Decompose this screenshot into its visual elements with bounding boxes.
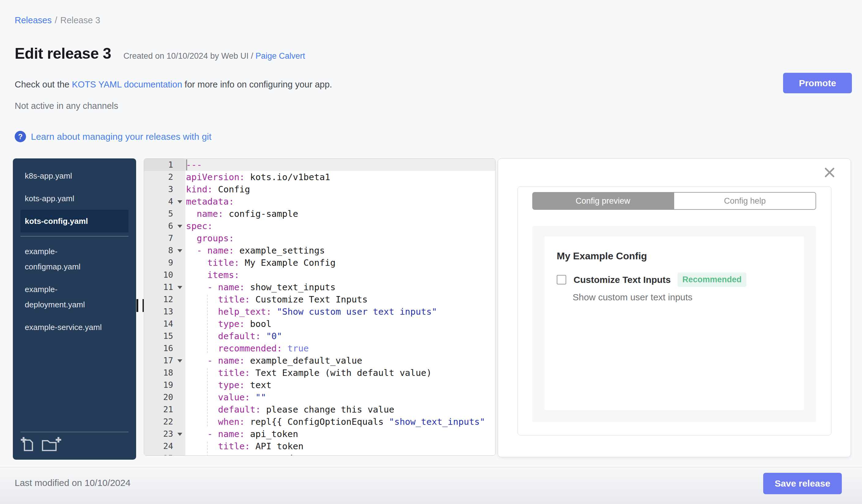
code-text[interactable]: title: API token bbox=[185, 440, 495, 452]
fold-arrow-icon[interactable] bbox=[178, 433, 182, 436]
fold-arrow-icon[interactable] bbox=[178, 200, 182, 203]
code-text[interactable]: --- bbox=[185, 159, 495, 171]
line-number: 23 bbox=[144, 428, 185, 440]
code-line-7: 7 groups: bbox=[144, 232, 495, 244]
code-line-22: 22 when: repl{{ ConfigOptionEquals "show… bbox=[144, 416, 495, 428]
git-help-row: ? Learn about managing your releases wit… bbox=[15, 131, 211, 142]
file-item-example-service.yaml[interactable]: example-service.yaml bbox=[21, 316, 110, 339]
doc-suffix: for more info on configuring your app. bbox=[182, 80, 332, 89]
code-text[interactable]: default: "0" bbox=[185, 330, 495, 342]
promote-button[interactable]: Promote bbox=[783, 73, 852, 93]
tab-config-preview[interactable]: Config preview bbox=[532, 192, 674, 210]
code-text[interactable]: title: Text Example (with default value) bbox=[185, 367, 495, 379]
new-folder-icon[interactable] bbox=[41, 436, 62, 452]
code-line-20: 20 value: "" bbox=[144, 391, 495, 403]
recommended-badge: Recommended bbox=[678, 273, 747, 287]
code-line-23: 23 - name: api_token bbox=[144, 428, 495, 440]
code-text[interactable]: value: "" bbox=[185, 391, 495, 403]
channel-status: Not active in any channels bbox=[15, 101, 118, 111]
code-text[interactable]: - name: example_default_value bbox=[185, 355, 495, 367]
fold-arrow-icon[interactable] bbox=[178, 249, 182, 252]
line-number: 20 bbox=[144, 391, 185, 403]
close-icon[interactable] bbox=[824, 167, 835, 180]
breadcrumb: Releases/Release 3 bbox=[15, 15, 100, 25]
code-text[interactable]: - name: example_settings bbox=[185, 244, 495, 256]
config-item-row: Customize Text Inputs Recommended bbox=[557, 273, 746, 287]
breadcrumb-releases-link[interactable]: Releases bbox=[15, 15, 52, 25]
fold-arrow-icon[interactable] bbox=[178, 286, 182, 289]
code-line-3: 3kind: Config bbox=[144, 183, 495, 196]
sidebar-footer bbox=[21, 432, 129, 452]
code-text[interactable]: kind: Config bbox=[185, 183, 495, 196]
code-line-13: 13 help_text: "Show custom user text inp… bbox=[144, 306, 495, 318]
code-text[interactable]: groups: bbox=[185, 232, 495, 244]
code-line-6: 6spec: bbox=[144, 220, 495, 232]
code-text[interactable]: title: Customize Text Inputs bbox=[185, 293, 495, 306]
text-cursor bbox=[186, 159, 187, 170]
fold-arrow-icon[interactable] bbox=[178, 225, 182, 228]
file-item-example-configmap.yaml[interactable]: example-configmap.yaml bbox=[21, 240, 110, 278]
doc-prefix: Check out the bbox=[15, 80, 72, 89]
code-text[interactable]: type: password bbox=[185, 452, 495, 456]
created-text: Created on 10/10/2024 by Web UI / bbox=[123, 51, 253, 61]
last-modified-text: Last modified on 10/10/2024 bbox=[15, 478, 131, 488]
code-text[interactable]: metadata: bbox=[185, 196, 495, 208]
line-number: 16 bbox=[144, 342, 185, 355]
customize-text-inputs-checkbox[interactable] bbox=[557, 275, 566, 284]
sidebar-resize-handle[interactable] bbox=[136, 299, 144, 312]
yaml-editor[interactable]: 1---2apiVersion: kots.io/v1beta13kind: C… bbox=[144, 158, 496, 456]
line-number: 19 bbox=[144, 379, 185, 391]
line-number: 2 bbox=[144, 171, 185, 183]
title-row: Edit release 3 Created on 10/10/2024 by … bbox=[15, 45, 305, 62]
code-line-11: 11 - name: show_text_inputs bbox=[144, 281, 495, 293]
line-number: 18 bbox=[144, 367, 185, 379]
doc-line: Check out the KOTS YAML documentation fo… bbox=[15, 80, 332, 90]
breadcrumb-separator: / bbox=[55, 15, 57, 25]
code-text[interactable]: items: bbox=[185, 269, 495, 281]
file-list-top: k8s-app.yamlkots-app.yamlkots-config.yam… bbox=[21, 164, 129, 233]
line-number: 24 bbox=[144, 440, 185, 452]
code-text[interactable]: title: My Example Config bbox=[185, 256, 495, 269]
tab-config-help[interactable]: Config help bbox=[674, 192, 816, 210]
author-link[interactable]: Paige Calvert bbox=[256, 51, 305, 61]
page-title: Edit release 3 bbox=[15, 45, 111, 62]
save-release-button[interactable]: Save release bbox=[763, 473, 842, 494]
code-text[interactable]: when: repl{{ ConfigOptionEquals "show_te… bbox=[185, 416, 495, 428]
line-number: 9 bbox=[144, 256, 185, 269]
code-text[interactable]: - name: show_text_inputs bbox=[185, 281, 495, 293]
line-number: 14 bbox=[144, 318, 185, 330]
code-line-21: 21 default: please change this value bbox=[144, 403, 495, 416]
file-item-kots-config.yaml[interactable]: kots-config.yaml bbox=[21, 210, 129, 233]
code-line-17: 17 - name: example_default_value bbox=[144, 355, 495, 367]
file-item-k8s-app.yaml[interactable]: k8s-app.yaml bbox=[21, 164, 110, 187]
code-line-4: 4metadata: bbox=[144, 196, 495, 208]
code-line-10: 10 items: bbox=[144, 269, 495, 281]
code-line-25: 25 type: password bbox=[144, 452, 495, 456]
created-info: Created on 10/10/2024 by Web UI / Paige … bbox=[123, 51, 305, 61]
code-text[interactable]: spec: bbox=[185, 220, 495, 232]
code-text[interactable]: help_text: "Show custom user text inputs… bbox=[185, 306, 495, 318]
code-text[interactable]: name: config-sample bbox=[185, 208, 495, 220]
code-text[interactable]: type: bool bbox=[185, 318, 495, 330]
line-number: 4 bbox=[144, 196, 185, 208]
code-text[interactable]: - name: api_token bbox=[185, 428, 495, 440]
file-item-kots-app.yaml[interactable]: kots-app.yaml bbox=[21, 187, 110, 210]
git-releases-link[interactable]: Learn about managing your releases with … bbox=[31, 132, 211, 142]
code-text[interactable]: type: text bbox=[185, 379, 495, 391]
code-text[interactable]: apiVersion: kots.io/v1beta1 bbox=[185, 171, 495, 183]
fold-arrow-icon[interactable] bbox=[178, 359, 182, 362]
line-number: 7 bbox=[144, 232, 185, 244]
preview-inner-box: Config previewConfig help My Example Con… bbox=[518, 186, 832, 436]
line-number: 10 bbox=[144, 269, 185, 281]
new-file-icon[interactable] bbox=[21, 436, 35, 452]
line-number: 8 bbox=[144, 244, 185, 256]
code-line-14: 14 type: bool bbox=[144, 318, 495, 330]
line-number: 1 bbox=[144, 159, 185, 171]
file-list-bottom: example-configmap.yamlexample-deployment… bbox=[21, 240, 129, 339]
code-text[interactable]: recommended: true bbox=[185, 342, 495, 355]
file-item-example-deployment.yaml[interactable]: example-deployment.yaml bbox=[21, 278, 110, 316]
code-line-16: 16 recommended: true bbox=[144, 342, 495, 355]
kots-yaml-doc-link[interactable]: KOTS YAML documentation bbox=[72, 80, 182, 89]
code-text[interactable]: default: please change this value bbox=[185, 403, 495, 416]
file-sidebar: k8s-app.yamlkots-app.yamlkots-config.yam… bbox=[13, 158, 136, 460]
